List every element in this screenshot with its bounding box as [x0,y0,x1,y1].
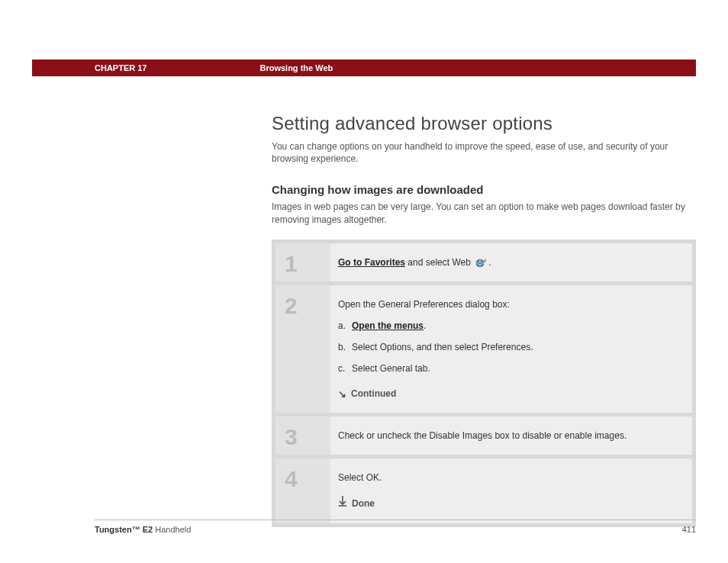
section-intro: Images in web pages can be very large. Y… [272,201,696,225]
continued-label: Continued [351,387,396,401]
chapter-header: CHAPTER 17 Browsing the Web [32,60,696,76]
substep: b. Select Options, and then select Prefe… [338,340,678,354]
step-body: Open the General Preferences dialog box:… [330,285,692,413]
done-label: Done [352,497,375,510]
substeps: a. Open the menus. b. Select Options, an… [338,319,678,375]
step-row: 3 Check or uncheck the Disable Images bo… [275,417,692,455]
page-title: Setting advanced browser options [272,113,696,134]
web-icon [475,259,487,268]
step-lead: Open the General Preferences dialog box: [338,298,678,311]
substep-text: Select Options, and then select Preferen… [352,340,533,354]
arrow-se-icon: ↘ [338,387,346,402]
substep-tail: . [424,320,426,331]
footer: Tungsten™ E2 Handheld 411 [95,525,696,534]
page-number: 411 [682,525,696,534]
substep: c. Select General tab. [338,362,678,375]
step-body: Go to Favorites and select Web . [330,243,692,282]
step-row: 1 Go to Favorites and select Web . [275,243,692,282]
footer-rule [95,520,696,520]
chapter-title: Browsing the Web [259,63,333,72]
steps-container: 1 Go to Favorites and select Web . 2 Ope… [272,240,696,528]
step-body: Check or uncheck the Disable Images box … [330,417,692,455]
product-rest: Handheld [153,525,191,534]
step-number: 4 [275,458,330,523]
done-indicator: Done [338,495,678,511]
intro-text: You can change options on your handheld … [272,140,696,165]
section-title: Changing how images are downloaded [272,183,696,196]
step-text: Select OK. [338,471,678,484]
open-menus-link[interactable]: Open the menus [352,320,424,331]
step-number: 1 [275,243,330,282]
main-content: Setting advanced browser options You can… [272,113,696,527]
chapter-label: CHAPTER 17 [95,63,147,72]
step-trailing: . [488,257,491,268]
substep-label: a. [338,319,352,333]
substep-label: c. [338,362,352,375]
product-name: Tungsten™ E2 Handheld [95,525,191,534]
step-body: Select OK. Done [330,458,692,523]
step-text: Check or uncheck the Disable Images box … [338,430,627,441]
arrow-down-icon [338,495,347,511]
substep-label: b. [338,340,352,354]
step-row: 2 Open the General Preferences dialog bo… [275,285,692,413]
continued-indicator: ↘ Continued [338,386,678,401]
svg-point-0 [476,259,484,267]
substep: a. Open the menus. [338,319,678,333]
step-number: 2 [275,285,330,413]
favorites-link[interactable]: Go to Favorites [338,257,405,268]
substep-text: Select General tab. [352,362,430,375]
step-row: 4 Select OK. Done [275,458,692,523]
product-bold: Tungsten™ E2 [95,525,153,534]
step-text: and select Web [405,257,473,268]
step-number: 3 [275,417,330,455]
